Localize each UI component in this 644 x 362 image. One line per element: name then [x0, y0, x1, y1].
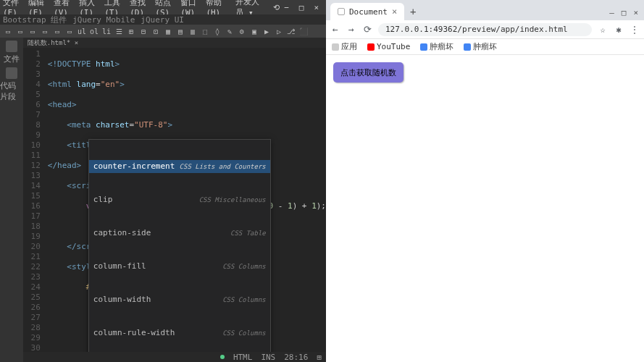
forward-icon[interactable]: →: [346, 24, 356, 35]
close-icon[interactable]: ×: [314, 3, 319, 12]
tool-icon[interactable]: ▭: [52, 26, 62, 36]
editor-area: 随机数.html* × 1234567891011121314151617181…: [23, 38, 326, 362]
tool-icon[interactable]: ▭: [3, 26, 13, 36]
maximize-icon[interactable]: □: [299, 3, 304, 12]
browser-page: 点击获取随机数: [326, 55, 644, 362]
tool-icon[interactable]: ✎: [225, 26, 235, 36]
tab-title: Document: [349, 7, 388, 17]
tool-icon[interactable]: ▭: [64, 26, 75, 36]
file-tab[interactable]: 随机数.html* ×: [23, 38, 326, 48]
source[interactable]: <!DOCTYPE html> <html lang="en"> <head> …: [45, 48, 326, 352]
tool-icon[interactable]: ▦: [163, 26, 173, 36]
browser-tab-bar: Document × + — □ ×: [326, 0, 644, 20]
tool-icon[interactable]: ▭: [28, 26, 38, 36]
snippets-icon: [6, 67, 17, 79]
address-bar-row: ← → ⟳ 127.0.0.1:49362/preview/app/index.…: [326, 20, 644, 39]
back-icon[interactable]: ←: [330, 24, 340, 35]
tab-jqm[interactable]: jQuery Mobile: [72, 15, 135, 25]
tool-icon[interactable]: ▭: [40, 26, 50, 36]
tool-icon[interactable]: ▣: [249, 26, 259, 36]
completion-item[interactable]: column-fillCSS Columns: [89, 260, 270, 273]
tool-icon[interactable]: ▤: [175, 26, 185, 36]
toolbar: ▭▭▭▭▭▭ulolli☰⊞⊟⊡▦▤▥⬚◊✎⚙▣▶▷⎇⬛: [0, 25, 326, 38]
tool-icon[interactable]: ▶: [262, 26, 272, 36]
completion-item[interactable]: caption-sideCSS Table: [89, 227, 270, 240]
completion-item[interactable]: column-rule-widthCSS Columns: [89, 327, 270, 340]
close-icon[interactable]: ×: [633, 8, 638, 17]
intellisense-popup: counter-incrementCSS Lists and Counters …: [88, 139, 271, 352]
status-lang[interactable]: HTML: [233, 353, 253, 362]
completion-item[interactable]: clipCSS Miscellaneous: [89, 193, 270, 206]
tool-icon[interactable]: ▷: [274, 26, 284, 36]
tab-bootstrap[interactable]: Bootstrap 组件: [3, 14, 67, 25]
youtube-icon: [367, 43, 375, 51]
tool-icon[interactable]: ⊟: [138, 26, 149, 36]
address-bar[interactable]: 127.0.0.1:49362/preview/app/index.html: [378, 23, 592, 36]
gutter: 1234567891011121314151617181920212223242…: [23, 48, 45, 352]
bookmark-item[interactable]: 肿瘤坏: [464, 41, 497, 52]
minimize-icon[interactable]: −: [284, 3, 289, 12]
secondary-tabs: Bootstrap 组件 jQuery Mobile jQuery UI: [0, 14, 326, 25]
apps-button[interactable]: 应用: [332, 41, 357, 52]
minimize-icon[interactable]: —: [609, 8, 614, 17]
star-icon[interactable]: ☆: [598, 25, 608, 35]
tab-close-icon[interactable]: ×: [392, 7, 397, 17]
sidebar-item-files[interactable]: 文件: [4, 41, 20, 64]
bookmarks-bar: 应用 YouTube 肿瘤坏 肿瘤坏: [326, 39, 644, 55]
favicon-icon: [338, 8, 345, 15]
status-pos[interactable]: 28:16: [284, 353, 308, 362]
reload-icon[interactable]: ⟳: [362, 24, 372, 35]
extensions-icon[interactable]: ✱: [614, 25, 624, 35]
editor-window: 文件(F) 编辑(E) 查看(V) 插入(I) 工具(T) 查找(D) 站点(S…: [0, 0, 326, 362]
files-icon: [6, 41, 17, 52]
bookmark-item[interactable]: 肿瘤坏: [420, 41, 453, 52]
code-editor[interactable]: 1234567891011121314151617181920212223242…: [23, 48, 326, 352]
completion-item[interactable]: counter-incrementCSS Lists and Counters: [89, 160, 270, 173]
new-tab-button[interactable]: +: [404, 3, 422, 20]
browser-window-controls: — □ ×: [609, 8, 644, 20]
status-enc[interactable]: INS: [261, 353, 275, 362]
tool-icon[interactable]: ⊡: [151, 26, 161, 36]
window-controls: − □ ×: [284, 3, 323, 12]
tool-icon[interactable]: ▥: [188, 26, 198, 36]
sidebar: 文件 代码片段: [0, 38, 23, 362]
bookmark-youtube[interactable]: YouTube: [367, 42, 410, 51]
tool-icon[interactable]: ◊: [212, 26, 222, 36]
tool-icon[interactable]: li: [101, 26, 112, 36]
tool-icon[interactable]: ⊞: [126, 26, 136, 36]
tool-icon[interactable]: ⚙: [237, 26, 247, 36]
status-bar: HTML INS 28:16 ⊞: [23, 352, 326, 362]
browser-window: Document × + — □ × ← → ⟳ 127.0.0.1:49362…: [326, 0, 644, 362]
tool-icon[interactable]: ⬚: [200, 26, 210, 36]
menu-bar: 文件(F) 编辑(E) 查看(V) 插入(I) 工具(T) 查找(D) 站点(S…: [0, 0, 326, 14]
random-number-button[interactable]: 点击获取随机数: [333, 62, 403, 83]
tool-icon[interactable]: ⎇: [286, 26, 296, 36]
status-dot-icon: [220, 355, 225, 359]
sidebar-item-snippets[interactable]: 代码片段: [0, 67, 23, 102]
tool-icon[interactable]: ul: [77, 26, 87, 36]
site-icon: [464, 43, 471, 51]
status-settings-icon[interactable]: ⊞: [317, 353, 322, 362]
tool-icon[interactable]: ☰: [114, 26, 124, 36]
grid-icon: [332, 43, 339, 51]
tab-jqui[interactable]: jQuery UI: [141, 15, 184, 25]
completion-item[interactable]: column-widthCSS Columns: [89, 293, 270, 306]
tool-icon[interactable]: ▭: [15, 26, 25, 36]
site-icon: [420, 43, 427, 51]
browser-tab[interactable]: Document ×: [330, 3, 404, 20]
tool-icon[interactable]: ol: [89, 26, 99, 36]
maximize-icon[interactable]: □: [622, 8, 627, 17]
tool-icon[interactable]: ⬛: [298, 26, 309, 36]
menu-icon[interactable]: ⋮: [630, 25, 640, 35]
